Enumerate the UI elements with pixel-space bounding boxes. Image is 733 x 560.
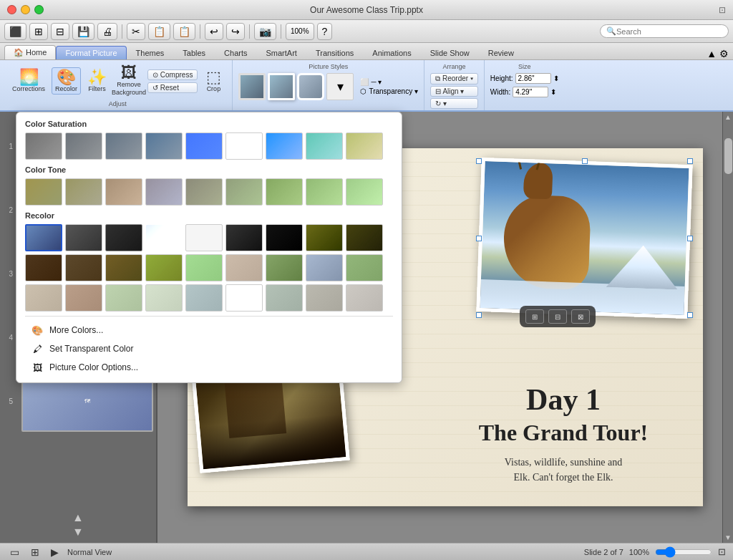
grid-view-btn[interactable]: ⊞	[28, 546, 42, 559]
recolor-thumb-04[interactable]	[185, 224, 223, 251]
search-box[interactable]: 🔍	[600, 24, 729, 38]
recolor-thumb-14[interactable]	[185, 254, 223, 281]
sat-thumb-7[interactable]	[306, 132, 343, 160]
recolor-thumb-21[interactable]	[65, 284, 102, 312]
recolor-thumb-05[interactable]	[225, 224, 263, 251]
float-btn-1[interactable]: ⊞	[525, 309, 544, 324]
style-thumb-2[interactable]	[268, 73, 295, 100]
handle-bl[interactable]	[476, 312, 482, 318]
sat-thumb-5[interactable]	[225, 132, 263, 160]
set-transparent-item[interactable]: 🖍 Set Transparent Color	[25, 339, 393, 358]
tab-format-picture[interactable]: Format Picture	[56, 46, 126, 59]
recolor-thumb-02[interactable]	[105, 224, 142, 251]
tab-home[interactable]: 🏠 Home	[4, 45, 56, 59]
compress-button[interactable]: ⊙ Compress	[147, 69, 198, 80]
tone-thumb-2[interactable]	[105, 178, 142, 206]
width-input[interactable]	[513, 87, 548, 97]
recolor-thumb-22[interactable]	[105, 284, 142, 312]
scroll-down-btn[interactable]: ▼	[72, 526, 84, 539]
close-button[interactable]	[7, 5, 16, 14]
print-button[interactable]: 🖨	[97, 23, 117, 40]
tone-thumb-1[interactable]	[65, 178, 102, 206]
handle-br[interactable]	[687, 312, 693, 318]
toolbar-btn-2[interactable]: ⊞	[29, 23, 48, 40]
float-btn-3[interactable]: ⊠	[571, 309, 590, 324]
recolor-thumb-28[interactable]	[346, 284, 383, 312]
style-thumb-3[interactable]	[297, 73, 324, 100]
zoom-slider[interactable]	[655, 546, 712, 558]
align-button[interactable]: ⊟ Align ▾	[430, 86, 478, 97]
maximize-button[interactable]	[34, 5, 44, 14]
recolor-thumb-25[interactable]	[225, 284, 263, 312]
sat-thumb-4[interactable]	[185, 132, 223, 160]
height-stepper[interactable]: ⬍	[553, 74, 559, 82]
recolor-thumb-07[interactable]	[306, 224, 343, 251]
style-thumb-1[interactable]	[238, 73, 266, 100]
picture-options-item[interactable]: 🖼 Picture Color Options...	[25, 358, 393, 377]
recolor-thumb-11[interactable]	[65, 254, 102, 281]
more-colors-item[interactable]: 🎨 More Colors...	[25, 321, 393, 339]
tab-review[interactable]: Review	[479, 46, 523, 59]
insert-picture-button[interactable]: 📷	[254, 23, 276, 40]
sat-thumb-6[interactable]	[266, 132, 303, 160]
ribbon-collapse-icon[interactable]: ▲	[707, 48, 717, 59]
slideshow-view-btn[interactable]: ▶	[48, 546, 62, 559]
sat-thumb-8[interactable]	[346, 132, 383, 160]
recolor-thumb-01[interactable]	[65, 224, 102, 251]
cut-button[interactable]: ✂	[127, 23, 145, 40]
float-btn-2[interactable]: ⊟	[548, 309, 567, 324]
scroll-up-btn[interactable]: ▲	[72, 511, 84, 524]
recolor-thumb-16[interactable]	[266, 254, 303, 281]
remove-background-button[interactable]: 🖼 Remove Background	[113, 63, 145, 99]
search-input[interactable]	[616, 27, 722, 36]
save-button[interactable]: 💾	[72, 23, 94, 40]
recolor-thumb-15[interactable]	[225, 254, 263, 281]
elk-photo-container[interactable]	[479, 161, 690, 315]
undo-button[interactable]: ↩	[205, 23, 223, 40]
sat-thumb-0[interactable]	[25, 132, 62, 160]
handle-tr[interactable]	[687, 158, 693, 164]
recolor-thumb-13[interactable]	[145, 254, 183, 281]
handle-mr[interactable]	[687, 236, 693, 241]
zoom-button[interactable]: 100%	[286, 23, 314, 40]
filters-button[interactable]: ✨ Filters	[84, 67, 110, 95]
tab-themes[interactable]: Themes	[127, 46, 174, 59]
tone-thumb-3[interactable]	[145, 178, 183, 206]
handle-tm[interactable]	[582, 158, 588, 164]
tone-thumb-5[interactable]	[225, 178, 263, 206]
scroll-down[interactable]: ▼	[723, 532, 733, 543]
style-more[interactable]: ▾	[326, 73, 354, 100]
width-stepper[interactable]: ⬍	[550, 88, 556, 96]
height-input[interactable]	[515, 73, 551, 84]
tab-transitions[interactable]: Transitions	[306, 46, 363, 59]
crop-button[interactable]: ⬚ Crop	[200, 67, 226, 95]
recolor-thumb-10[interactable]	[25, 254, 62, 281]
tone-thumb-6[interactable]	[266, 178, 303, 206]
corrections-button[interactable]: 🌅 Corrections	[9, 67, 49, 95]
tab-smartart[interactable]: SmartArt	[257, 46, 306, 59]
recolor-thumb-18[interactable]	[346, 254, 383, 281]
recolor-thumb-23[interactable]	[145, 284, 183, 312]
sat-thumb-3[interactable]	[145, 132, 183, 160]
tone-thumb-0[interactable]	[25, 178, 62, 206]
handle-ml[interactable]	[476, 236, 482, 241]
toolbar-btn-1[interactable]: ⬛	[4, 23, 26, 40]
scroll-thumb[interactable]	[724, 138, 732, 174]
recolor-thumb-20[interactable]	[25, 284, 62, 312]
recolor-thumb-17[interactable]	[306, 254, 343, 281]
tone-thumb-4[interactable]	[185, 178, 223, 206]
recolor-thumb-12[interactable]	[105, 254, 142, 281]
help-button[interactable]: ?	[317, 23, 333, 40]
v-scrollbar[interactable]: ▲ ▼	[722, 112, 733, 543]
recolor-thumb-27[interactable]	[306, 284, 343, 312]
normal-view-btn[interactable]: ▭	[7, 546, 22, 559]
paste-button[interactable]: 📋	[173, 23, 195, 40]
sat-thumb-1[interactable]	[65, 132, 102, 160]
recolor-thumb-08[interactable]	[346, 224, 383, 251]
minimize-button[interactable]	[21, 5, 30, 14]
handle-tl[interactable]	[476, 158, 482, 164]
recolor-thumb-24[interactable]	[185, 284, 223, 312]
toolbar-btn-3[interactable]: ⊟	[51, 23, 69, 40]
tab-animations[interactable]: Animations	[363, 46, 420, 59]
rotate-button[interactable]: ↻ ▾	[430, 98, 478, 109]
